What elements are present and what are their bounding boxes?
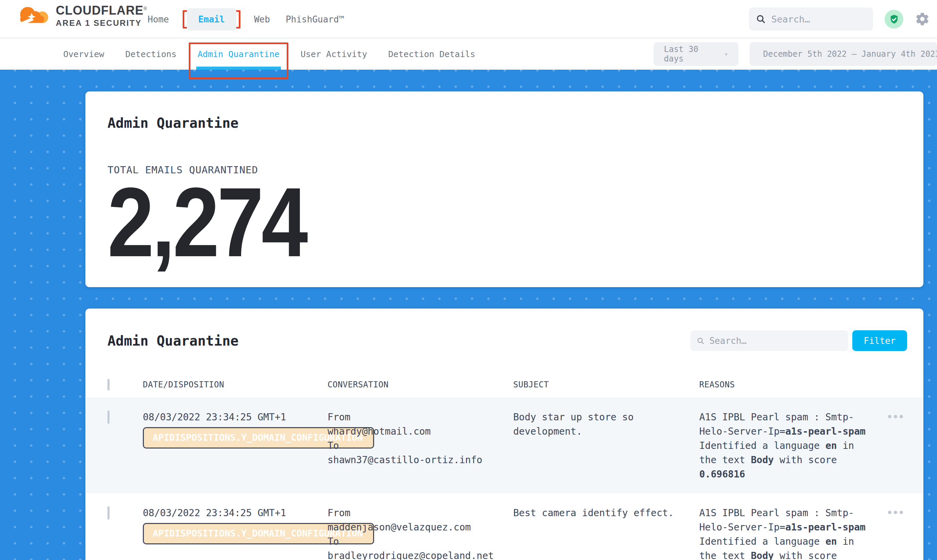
tab-overview[interactable]: Overview: [63, 38, 104, 70]
row-date: 08/03/2022 23:34:25 GMT+1: [143, 507, 286, 518]
column-header-conversation: CONVERSATION: [327, 380, 513, 389]
conv-from-label: From: [327, 506, 513, 520]
table-card-header: Admin Quarantine Filter: [85, 309, 923, 351]
active-tab-underline: [196, 66, 281, 70]
table-header-row: DATE/DISPOSITION CONVERSATION SUBJECT RE…: [85, 372, 923, 397]
row-reasons: A1S IPBL Pearl spam : Smtp-Helo-Server-I…: [699, 410, 869, 482]
conv-to: shawn37@castillo-ortiz.info: [327, 453, 513, 467]
search-icon: [756, 14, 766, 24]
conv-from-label: From: [327, 410, 513, 425]
nav-item-home[interactable]: Home: [145, 14, 171, 25]
table-search: [690, 330, 848, 351]
sub-nav-tabs: Overview Detections Admin Quarantine Use…: [63, 38, 475, 70]
search-icon: [696, 336, 705, 345]
nav-item-phishguard[interactable]: PhishGuard™: [284, 14, 346, 25]
tab-detection-details[interactable]: Detection Details: [388, 38, 475, 70]
summary-card: Admin Quarantine TOTAL EMAILS QUARANTINE…: [85, 91, 923, 287]
row-checkbox[interactable]: [108, 411, 110, 424]
row-checkbox[interactable]: [108, 506, 110, 520]
brand-name: CLOUDFLARE®: [56, 3, 147, 18]
brand: CLOUDFLARE® AREA 1 SECURITY: [16, 3, 147, 28]
conv-to-label: To: [327, 534, 513, 549]
conv-from: whardy@hotmail.com: [327, 425, 513, 439]
chevron-down-icon: ▾: [724, 50, 728, 58]
tab-user-activity[interactable]: User Activity: [301, 38, 367, 70]
cloudflare-logo-icon: [16, 5, 50, 27]
top-nav: CLOUDFLARE® AREA 1 SECURITY Home Email W…: [0, 0, 937, 38]
column-header-subject: SUBJECT: [513, 380, 699, 389]
row-subject: Best camera identify effect.: [513, 506, 680, 560]
nav-item-web[interactable]: Web: [252, 14, 272, 25]
select-all-checkbox[interactable]: [108, 379, 110, 391]
verified-shield-icon[interactable]: [885, 10, 903, 29]
column-header-reasons: REASONS: [699, 380, 888, 389]
conv-to: bradleyrodriguez@copeland.net: [327, 549, 513, 560]
quarantine-table: DATE/DISPOSITION CONVERSATION SUBJECT RE…: [85, 372, 923, 560]
table-row[interactable]: 08/03/2022 23:34:25 GMT+1 APIDISPOSITION…: [85, 493, 923, 560]
table-card-title: Admin Quarantine: [108, 333, 238, 349]
global-search-input[interactable]: [771, 14, 866, 25]
gear-icon[interactable]: [915, 12, 930, 26]
table-rows: 08/03/2022 23:34:25 GMT+1 APIDISPOSITION…: [85, 397, 923, 560]
metric-value: 2,274: [108, 181, 310, 263]
date-range-button[interactable]: December 5th 2022 — January 4th 2023: [750, 42, 937, 66]
tab-admin-quarantine[interactable]: Admin Quarantine: [198, 38, 279, 70]
quarantine-table-card: Admin Quarantine Filter DATE/DISPOSITION: [85, 309, 923, 560]
row-subject: Body star up store so development.: [513, 410, 680, 482]
table-row[interactable]: 08/03/2022 23:34:25 GMT+1 APIDISPOSITION…: [85, 397, 923, 493]
brand-subtitle: AREA 1 SECURITY: [56, 18, 147, 28]
page-content: Admin Quarantine TOTAL EMAILS QUARANTINE…: [0, 70, 937, 560]
period-dropdown[interactable]: Last 30 days ▾: [654, 42, 738, 66]
global-search: [749, 8, 873, 31]
date-controls: Last 30 days ▾ December 5th 2022 — Janua…: [654, 42, 937, 66]
conv-from: maddenjason@velazquez.com: [327, 520, 513, 534]
email-sub-nav: Overview Detections Admin Quarantine Use…: [0, 38, 937, 70]
conv-to-label: To: [327, 439, 513, 453]
nav-item-email[interactable]: Email: [187, 8, 236, 31]
screen: CLOUDFLARE® AREA 1 SECURITY Home Email W…: [0, 0, 937, 560]
row-date: 08/03/2022 23:34:25 GMT+1: [143, 411, 286, 423]
primary-nav: Home Email Web PhishGuard™: [145, 0, 346, 38]
annotation-box-email: Email: [183, 10, 241, 29]
row-actions-ellipsis-icon[interactable]: [888, 415, 908, 418]
row-reasons: A1S IPBL Pearl spam : Smtp-Helo-Server-I…: [699, 506, 869, 560]
tab-detections[interactable]: Detections: [125, 38, 176, 70]
column-header-date: DATE/DISPOSITION: [143, 380, 327, 389]
table-search-input[interactable]: [710, 336, 842, 346]
filter-button[interactable]: Filter: [852, 330, 907, 351]
summary-card-title: Admin Quarantine: [108, 91, 923, 131]
row-actions-ellipsis-icon[interactable]: [888, 511, 908, 514]
